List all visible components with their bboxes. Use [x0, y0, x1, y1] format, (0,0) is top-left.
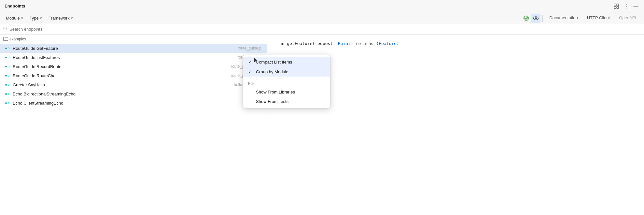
endpoint-icon-listfeatures	[5, 57, 9, 58]
list-item-listfeatures[interactable]: RouteGuide.ListFeatures route_guide.p	[0, 53, 267, 62]
toolbar: Module ∨ Type ∨ Framework ∨	[0, 12, 644, 24]
menu-label-show-libraries: Show From Libraries	[256, 90, 295, 94]
view-options-button[interactable]	[531, 14, 540, 23]
svg-point-14	[4, 27, 7, 30]
code-returns-part: ) returns (	[351, 41, 379, 46]
svg-point-13	[536, 18, 536, 18]
tab-area: Documentation HTTP Client OpenAPI	[545, 14, 641, 22]
code-signature: fun getFeature(request: Point) returns (…	[277, 41, 634, 46]
svg-rect-3	[617, 7, 619, 8]
endpoint-icon-routechat	[5, 75, 9, 77]
endpoint-icon-client-streaming	[5, 102, 9, 104]
minimize-button[interactable]: —	[632, 3, 639, 10]
list-panel: examples RouteGuide.GetFeature route_gui…	[0, 35, 267, 215]
type-filter-chevron: ∨	[40, 16, 42, 20]
item-name-client-streaming: Echo.ClientStreamingEcho	[13, 101, 242, 106]
menu-item-show-libraries[interactable]: Show From Libraries	[243, 87, 330, 97]
svg-line-15	[6, 30, 7, 31]
app-window: Endpoints ⋮ — Module ∨ Type	[0, 0, 644, 215]
toolbar-divider	[542, 15, 543, 22]
framework-filter-chevron: ∨	[71, 16, 73, 20]
framework-filter-button[interactable]: Framework ∨	[46, 15, 76, 21]
group-header-examples: examples	[0, 35, 267, 44]
endpoint-icon-bidi	[5, 93, 9, 95]
title-bar: Endpoints ⋮ —	[0, 0, 644, 12]
more-options-button[interactable]: ⋮	[623, 3, 630, 10]
item-meta-getfeature: route_guide.p	[238, 46, 263, 50]
more-icon: ⋮	[624, 3, 629, 9]
check-group-icon: ✓	[248, 69, 253, 74]
tab-http-client[interactable]: HTTP Client	[582, 14, 615, 22]
module-filter-button[interactable]: Module ∨	[3, 15, 26, 21]
endpoint-icon-recordroute	[5, 66, 9, 67]
code-point-type: Point	[338, 41, 351, 46]
code-fun-keyword: fun getFeature(request:	[277, 41, 338, 46]
svg-rect-0	[614, 4, 616, 6]
menu-label-show-tests: Show From Tests	[256, 99, 288, 104]
list-item-getfeature[interactable]: RouteGuide.GetFeature route_guide.p	[0, 44, 267, 53]
module-filter-label: Module	[6, 16, 20, 21]
list-item-routechat[interactable]: RouteGuide.RouteChat route_guide.proto	[0, 71, 267, 80]
tab-openapi[interactable]: OpenAPI	[614, 14, 641, 22]
list-item-recordroute[interactable]: RouteGuide.RecordRoute route_guide.proto	[0, 62, 267, 71]
svg-point-6	[525, 17, 527, 19]
item-name-routechat: RouteGuide.RouteChat	[13, 73, 230, 78]
item-name-recordroute: RouteGuide.RecordRoute	[13, 64, 230, 69]
type-filter-button[interactable]: Type ∨	[27, 15, 45, 21]
menu-item-group-by-module[interactable]: ✓ Group by Module	[243, 67, 330, 77]
item-name-bidi: Echo.BidirectionalStreamingEcho	[13, 92, 242, 96]
menu-label-group-by-module: Group by Module	[256, 69, 288, 74]
module-filter-chevron: ∨	[21, 16, 23, 20]
list-item-client-streaming[interactable]: Echo.ClientStreamingEcho echo.proto	[0, 98, 267, 108]
search-icon	[3, 27, 7, 32]
list-item-sayhello[interactable]: Greeter.SayHello helloworld.proto	[0, 80, 267, 89]
item-name-listfeatures: RouteGuide.ListFeatures	[13, 55, 236, 60]
framework-filter-label: Framework	[49, 16, 70, 21]
tab-documentation[interactable]: Documentation	[545, 14, 582, 22]
check-compact-icon: ✓	[248, 59, 253, 64]
search-input[interactable]	[9, 27, 641, 32]
grid-view-button[interactable]	[613, 3, 620, 10]
run-button[interactable]	[522, 14, 531, 23]
menu-item-show-tests[interactable]: Show From Tests	[243, 97, 330, 106]
folder-icon	[3, 36, 8, 42]
endpoint-icon-sayhello	[5, 84, 9, 86]
endpoint-icon-getfeature	[5, 48, 9, 49]
minimize-icon: —	[634, 3, 638, 9]
title-bar-actions: ⋮ —	[613, 3, 639, 10]
dropdown-menu[interactable]: ✓ Compact List Items ✓ Group by Module F…	[243, 55, 330, 108]
menu-label-compact-list: Compact List Items	[256, 60, 292, 64]
page-title: Endpoints	[5, 4, 25, 8]
type-filter-label: Type	[30, 16, 39, 21]
svg-rect-2	[614, 7, 616, 8]
toolbar-right: Documentation HTTP Client OpenAPI	[522, 14, 641, 23]
main-area: examples RouteGuide.GetFeature route_gui…	[0, 35, 644, 215]
menu-item-compact-list[interactable]: ✓ Compact List Items	[243, 57, 330, 67]
group-label-examples: examples	[9, 37, 26, 41]
menu-section-filter: Filter	[243, 79, 330, 87]
list-item-bidi[interactable]: Echo.BidirectionalStreamingEcho echo.pro…	[0, 89, 267, 98]
search-bar	[0, 24, 644, 35]
item-name-sayhello: Greeter.SayHello	[13, 82, 232, 87]
code-close-paren: )	[397, 41, 399, 46]
code-feature-type: Feature	[379, 41, 397, 46]
svg-rect-1	[617, 4, 619, 6]
item-name-getfeature: RouteGuide.GetFeature	[13, 46, 236, 51]
menu-divider	[243, 78, 330, 78]
